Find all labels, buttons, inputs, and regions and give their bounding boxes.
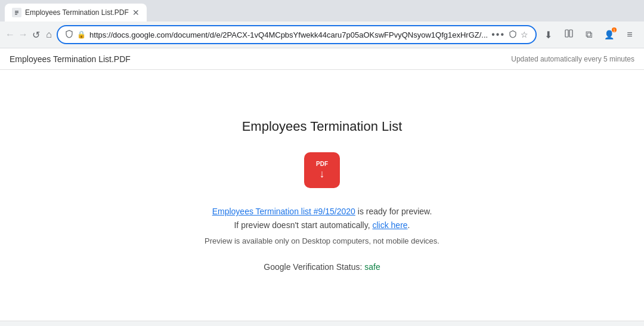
security-shield-icon (65, 30, 73, 40)
svg-rect-3 (15, 14, 17, 15)
address-bar[interactable]: 🔒 https://docs.google.com/document/d/e/2… (57, 25, 537, 44)
page-header: Employees Termination List.PDF Updated a… (0, 48, 644, 70)
home-icon: ⌂ (46, 29, 52, 40)
click-here-link[interactable]: click here (372, 220, 407, 230)
download-icon: ⬇ (544, 29, 552, 41)
back-icon: ← (5, 29, 15, 40)
home-button[interactable]: ⌂ (44, 25, 54, 44)
main-content: Employees Termination List PDF ↓ Employe… (0, 70, 644, 321)
tab-bar: Employees Termination List.PDF ✕ (0, 0, 644, 21)
verification-status: Google Verification Status: safe (264, 262, 380, 272)
shield-icon (509, 30, 517, 40)
verification-label: Google Verification Status: (264, 262, 364, 272)
toolbar-right: ⬇ ⧉ 👤 1 ≡ (539, 25, 639, 44)
bookmarks-icon (564, 29, 574, 41)
svg-rect-5 (569, 30, 572, 37)
more-options-button[interactable]: ••• (491, 29, 505, 40)
menu-button[interactable]: ≡ (620, 25, 639, 44)
profile-button[interactable]: 👤 1 (600, 25, 619, 44)
tab-close-button[interactable]: ✕ (132, 8, 140, 17)
preview-text: Employees Termination list #9/15/2020 is… (212, 205, 432, 232)
forward-icon: → (18, 29, 28, 40)
doc-link[interactable]: Employees Termination list #9/15/2020 (212, 207, 355, 216)
forward-button[interactable]: → (18, 25, 29, 44)
bookmarks-button[interactable] (559, 25, 578, 44)
tab-favicon (12, 8, 21, 17)
back-button[interactable]: ← (5, 25, 16, 44)
lock-icon: 🔒 (77, 30, 86, 39)
pdf-icon: PDF ↓ (304, 152, 340, 188)
svg-rect-4 (565, 30, 568, 37)
verification-value: safe (364, 262, 380, 272)
pdf-icon-wrapper: PDF ↓ (304, 152, 340, 188)
screenshot-icon: ⧉ (586, 29, 592, 40)
document-title: Employees Termination List (242, 119, 402, 134)
bookmark-icon[interactable]: ☆ (521, 30, 528, 39)
tab-title: Employees Termination List.PDF (25, 8, 129, 17)
auto-update-label: Updated automatically every 5 minutes (511, 55, 634, 63)
download-button[interactable]: ⬇ (539, 25, 558, 44)
browser-chrome: Employees Termination List.PDF ✕ ← → ↺ ⌂… (0, 0, 644, 48)
svg-rect-2 (15, 13, 18, 14)
preview-line2-before: If preview doesn't start automatically, (234, 220, 372, 230)
preview-note: Preview is available only on Desktop com… (205, 236, 439, 245)
refresh-icon: ↺ (32, 29, 40, 41)
page-footer: Published by Google Drive – Report Abuse (0, 321, 644, 326)
page-title: Employees Termination List.PDF (10, 54, 131, 64)
nav-bar: ← → ↺ ⌂ 🔒 https://docs.google.com/docume… (0, 21, 644, 48)
refresh-button[interactable]: ↺ (31, 25, 42, 44)
address-text: https://docs.google.com/document/d/e/2PA… (89, 30, 488, 39)
screenshot-button[interactable]: ⧉ (580, 25, 599, 44)
menu-icon: ≡ (627, 29, 632, 40)
svg-rect-1 (15, 11, 18, 12)
active-tab[interactable]: Employees Termination List.PDF ✕ (5, 4, 147, 21)
